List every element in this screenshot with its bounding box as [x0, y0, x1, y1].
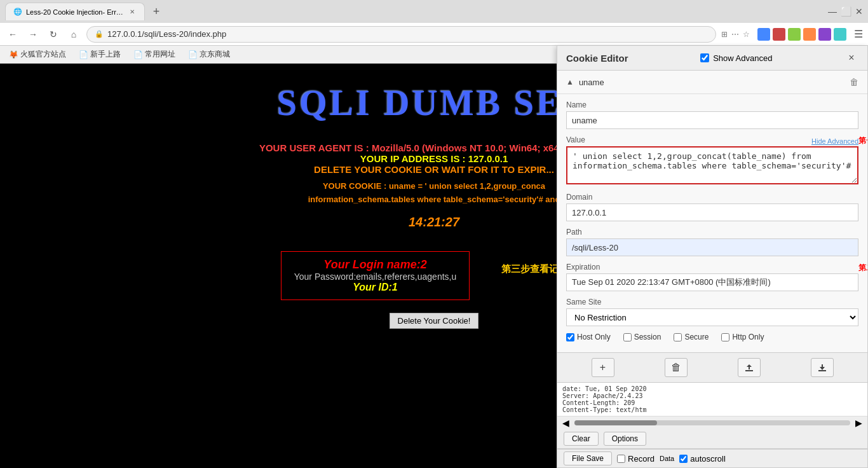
- name-group: Name: [566, 100, 858, 129]
- scroll-right-btn[interactable]: ▶: [855, 418, 862, 428]
- hide-advanced-link[interactable]: Hide Advanced: [811, 137, 858, 145]
- cookie-form: Name Value Hide Advanced ' union select …: [557, 94, 867, 352]
- cookie-list-item: ▲ uname 🗑: [566, 74, 858, 90]
- path-label: Path: [566, 228, 858, 237]
- same-site-select[interactable]: No Restriction Lax Strict None: [566, 308, 858, 326]
- ext-icon-1[interactable]: [757, 28, 770, 41]
- maximize-btn[interactable]: ⬜: [841, 6, 851, 17]
- ext-icon-6[interactable]: [834, 28, 846, 41]
- cookie-editor-panel: Cookie Editor Show Advanced × ▲ uname 🗑 …: [557, 46, 868, 468]
- bookmark-newuser[interactable]: 📄 新手上路: [75, 48, 125, 61]
- export-icon: [817, 362, 827, 373]
- record-area: Record: [617, 454, 654, 464]
- ext-icon-2[interactable]: [773, 28, 785, 41]
- http-only-checkbox-item: Http Only: [721, 333, 764, 341]
- cookie-editor-title: Cookie Editor: [566, 53, 628, 64]
- export-btn[interactable]: [811, 358, 834, 377]
- record-label: Record: [628, 454, 654, 464]
- bookmark-label-3: 常用网址: [145, 49, 175, 60]
- options-btn[interactable]: Options: [604, 432, 646, 446]
- active-tab[interactable]: 🌐 Less-20 Cookie Injection- Error B ✕: [5, 3, 145, 20]
- domain-label: Domain: [566, 193, 858, 202]
- url-text: 127.0.0.1/sqli/Less-20/index.php: [107, 29, 226, 39]
- delete-all-btn[interactable]: 🗑: [665, 358, 688, 377]
- window-close-btn[interactable]: ✕: [855, 6, 863, 17]
- value-group: Value Hide Advanced ' union select 1,2,g…: [566, 135, 858, 186]
- url-bar-icons: ⊞ ⋯ ☆: [721, 30, 750, 39]
- more-icon[interactable]: ⋯: [731, 30, 739, 39]
- tab-close-btn[interactable]: ✕: [128, 8, 137, 17]
- bookmark-jd[interactable]: 📄 京东商城: [184, 48, 234, 61]
- host-only-label: Host Only: [577, 333, 611, 341]
- ext-icon-5[interactable]: [818, 28, 831, 41]
- forward-button[interactable]: →: [25, 27, 41, 42]
- ext-icon-4[interactable]: [803, 28, 816, 41]
- expiration-input[interactable]: [566, 273, 858, 291]
- secure-checkbox-item: Secure: [674, 333, 709, 341]
- expiration-group: Expiration 第二步保存: [566, 263, 858, 291]
- tab-icon: 🌐: [13, 8, 22, 16]
- tab-bar: 🌐 Less-20 Cookie Injection- Error B ✕ + …: [0, 0, 868, 23]
- host-only-checkbox-item: Host Only: [566, 333, 611, 341]
- secure-checkbox[interactable]: [674, 333, 682, 341]
- session-checkbox[interactable]: [623, 333, 632, 341]
- import-btn[interactable]: [738, 358, 761, 377]
- expiration-label: Expiration: [566, 263, 858, 272]
- file-save-btn[interactable]: File Save: [564, 451, 612, 465]
- bookmark-label-4: 京东商城: [200, 49, 230, 60]
- log-toolbar: Clear Options: [557, 429, 867, 449]
- home-button[interactable]: ⌂: [66, 27, 81, 42]
- collapse-btn[interactable]: ▲: [566, 78, 574, 86]
- show-advanced-label: Show Advanced: [713, 53, 772, 63]
- cookie-editor-header: Cookie Editor Show Advanced ×: [557, 46, 867, 71]
- cookie-text-2: information_schema.tables where table_sc…: [308, 195, 560, 204]
- add-cookie-btn[interactable]: +: [592, 358, 614, 377]
- login-pass: Your Password:emails,referers,uagents,u: [294, 272, 457, 282]
- show-advanced-checkbox[interactable]: [700, 53, 709, 62]
- import-icon: [744, 362, 754, 373]
- address-bar: ← → ↻ ⌂ 🔒 127.0.0.1/sqli/Less-20/index.p…: [0, 23, 868, 46]
- bookmark-common[interactable]: 📄 常用网址: [130, 48, 179, 61]
- bookmark-firefox[interactable]: 🦊 火狐官方站点: [5, 48, 70, 61]
- log-bottom-bar: File Save Record Data autoscroll: [557, 449, 867, 467]
- name-input[interactable]: [566, 111, 858, 129]
- clear-btn[interactable]: Clear: [564, 432, 599, 446]
- minimize-btn[interactable]: —: [828, 6, 837, 17]
- same-site-label: Same Site: [566, 298, 858, 306]
- record-checkbox[interactable]: [617, 455, 625, 463]
- log-area: date: Tue, 01 Sep 2020 Server: Apache/2.…: [557, 382, 867, 467]
- close-editor-btn[interactable]: ×: [844, 51, 858, 65]
- http-only-checkbox[interactable]: [721, 333, 729, 341]
- cookie-text-1: YOUR COOKIE : uname = ' union select 1,2…: [323, 181, 545, 191]
- host-only-checkbox[interactable]: [566, 333, 574, 341]
- domain-input[interactable]: [566, 203, 858, 221]
- secure-label: Secure: [684, 333, 709, 341]
- tab-title: Less-20 Cookie Injection- Error B: [26, 8, 125, 16]
- login-box: Your Login name:2 Your Password:emails,r…: [281, 251, 470, 300]
- bookmark-icon-new: 📄: [79, 50, 88, 59]
- cookie-list-area: ▲ uname 🗑: [557, 71, 867, 94]
- qr-icon[interactable]: ⊞: [721, 30, 728, 39]
- hamburger-icon[interactable]: ☰: [854, 28, 863, 40]
- scrollbar-track[interactable]: [574, 420, 850, 425]
- new-tab-button[interactable]: +: [147, 3, 165, 20]
- data-label: Data: [660, 455, 674, 462]
- delete-cookie-btn[interactable]: Delete Your Cookie!: [390, 313, 479, 329]
- domain-group: Domain: [566, 193, 858, 221]
- path-input[interactable]: [566, 238, 858, 256]
- lock-icon: 🔒: [95, 30, 104, 38]
- bookmark-icon[interactable]: ☆: [743, 30, 750, 39]
- url-bar[interactable]: 🔒 127.0.0.1/sqli/Less-20/index.php: [86, 26, 716, 43]
- http-only-label: Http Only: [732, 333, 764, 341]
- autoscroll-checkbox[interactable]: [679, 455, 688, 463]
- cookie-editor-toolbar: + 🗑: [557, 352, 867, 382]
- bookmark-icon-common: 📄: [133, 50, 143, 59]
- scroll-left-btn[interactable]: ◀: [562, 418, 569, 428]
- delete-cookie-icon[interactable]: 🗑: [850, 77, 858, 87]
- refresh-button[interactable]: ↻: [46, 27, 61, 42]
- ext-icon-3[interactable]: [788, 28, 801, 41]
- value-input[interactable]: ' union select 1,2,group_concat(table_na…: [566, 146, 858, 184]
- name-label: Name: [566, 100, 858, 109]
- path-group: Path: [566, 228, 858, 256]
- back-button[interactable]: ←: [5, 27, 20, 42]
